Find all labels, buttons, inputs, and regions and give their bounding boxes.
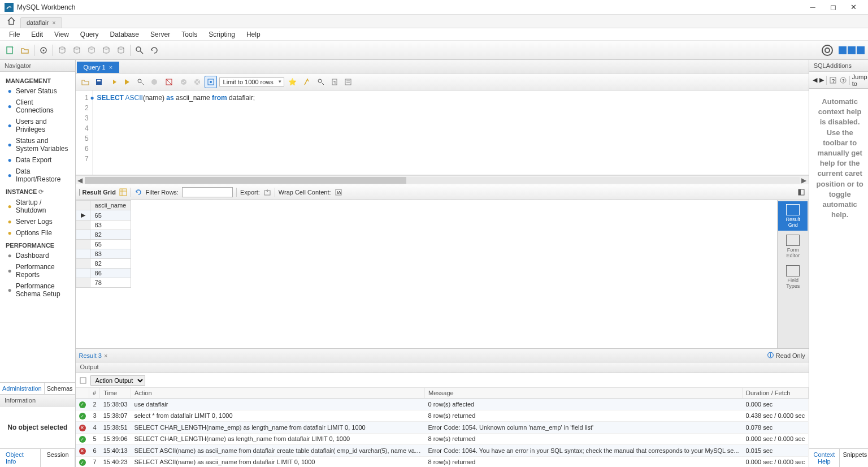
beautify-button[interactable] <box>301 76 314 88</box>
forward-button[interactable]: ▶ <box>819 76 824 84</box>
inspector-button[interactable] <box>37 44 50 57</box>
output-col-header[interactable]: Action <box>131 388 425 399</box>
result-grid[interactable]: ascii_name▶6583826583828678 <box>76 200 132 288</box>
row-handle[interactable] <box>76 278 90 288</box>
connection-tab[interactable]: dataflair × <box>20 17 62 28</box>
limit-select[interactable]: Limit to 1000 rows <box>219 77 284 87</box>
table-row[interactable]: 82 <box>76 230 131 240</box>
rollback-button[interactable] <box>191 76 203 88</box>
jump-to-label[interactable]: Jump to <box>852 73 867 87</box>
output-col-header[interactable]: Time <box>100 388 131 399</box>
table-row[interactable]: 86 <box>76 269 131 278</box>
cell[interactable]: 83 <box>90 220 131 230</box>
col-header[interactable]: ascii_name <box>90 201 131 210</box>
nav-item-performance-reports[interactable]: ●Performance Reports <box>0 261 75 280</box>
scroll-right-icon[interactable]: ▶ <box>800 176 809 184</box>
nav-item-data-import-restore[interactable]: ●Data Import/Restore <box>0 166 75 185</box>
output-row[interactable]: ✓215:38:03use dataflair0 row(s) affected… <box>76 399 809 410</box>
output-row[interactable]: ✓515:39:06SELECT CHAR_LENGTH(name) as le… <box>76 433 809 445</box>
row-handle[interactable] <box>76 249 90 259</box>
export-button[interactable] <box>263 188 271 196</box>
table-row[interactable]: 83 <box>76 249 131 259</box>
commit-button[interactable] <box>177 76 190 88</box>
menu-scripting[interactable]: Scripting <box>203 29 241 40</box>
result-view-form-editor[interactable]: FormEditor <box>778 232 808 261</box>
autocommit-button[interactable] <box>205 76 217 88</box>
create-schema-button[interactable] <box>55 44 69 57</box>
sql-editor[interactable]: 1234567 ●SELECT ASCII(name) as ascii_nam… <box>76 90 809 175</box>
result-grid-icon[interactable] <box>119 188 127 196</box>
output-col-header[interactable] <box>76 388 89 399</box>
row-handle[interactable]: ▶ <box>76 210 90 220</box>
auto-help-button[interactable]: ? <box>839 76 847 84</box>
table-row[interactable]: 83 <box>76 220 131 230</box>
output-row[interactable]: ✕615:40:13SELECT ASCII(name) as ascii_na… <box>76 445 809 457</box>
close-icon[interactable]: × <box>104 352 107 359</box>
execute-current-button[interactable] <box>121 76 133 88</box>
back-button[interactable]: ◀ <box>813 76 817 84</box>
menu-tools[interactable]: Tools <box>176 29 203 40</box>
row-handle[interactable] <box>76 230 90 240</box>
table-row[interactable]: 82 <box>76 259 131 269</box>
result-view-result-grid[interactable]: ResultGrid <box>778 201 808 231</box>
wrap-cell-button[interactable]: IA <box>335 188 342 196</box>
toggle-left-panel[interactable] <box>839 46 847 54</box>
editor-hscroll[interactable]: ◀ ▶ <box>76 175 809 184</box>
maximize-button[interactable]: ◻ <box>823 1 843 14</box>
toggle-right-panel[interactable] <box>857 46 865 54</box>
nav-item-dashboard[interactable]: ●Dashboard <box>0 250 75 261</box>
create-view-button[interactable] <box>85 44 98 57</box>
result-grid-wrapper[interactable]: ascii_name▶6583826583828678 <box>76 200 777 348</box>
create-proc-button[interactable] <box>99 44 113 57</box>
cell[interactable]: 83 <box>90 249 131 259</box>
query-tab[interactable]: Query 1 × <box>77 62 120 73</box>
nav-item-data-export[interactable]: ●Data Export <box>0 154 75 166</box>
output-grid[interactable]: #TimeActionMessageDuration / Fetch✓215:3… <box>76 388 809 467</box>
row-handle[interactable] <box>76 259 90 269</box>
nav-item-performance-schema-setup[interactable]: ●Performance Schema Setup <box>0 280 75 300</box>
nav-item-options-file[interactable]: ●Options File <box>0 227 75 239</box>
help-toggle-button[interactable]: ? <box>829 76 837 84</box>
close-icon[interactable]: × <box>109 64 112 71</box>
settings-button[interactable] <box>821 44 834 57</box>
nav-item-server-status[interactable]: ●Server Status <box>0 85 75 97</box>
cell[interactable]: 65 <box>90 210 131 220</box>
scroll-left-icon[interactable]: ◀ <box>76 176 85 184</box>
create-func-button[interactable] <box>114 44 128 57</box>
search-button[interactable] <box>133 44 146 57</box>
stop-button[interactable] <box>148 76 160 88</box>
close-button[interactable]: ✕ <box>843 1 863 14</box>
menu-server[interactable]: Server <box>145 29 176 40</box>
toggle-bottom-panel[interactable] <box>848 46 856 54</box>
result-view-field-types[interactable]: FieldTypes <box>778 262 808 292</box>
dont-limit-button[interactable] <box>163 76 175 88</box>
nav-item-status-and-system-variables[interactable]: ●Status and System Variables <box>0 135 75 154</box>
menu-edit[interactable]: Edit <box>25 29 49 40</box>
tab-object-info[interactable]: Object Info <box>0 449 41 467</box>
output-col-header[interactable]: Message <box>425 388 743 399</box>
menu-database[interactable]: Database <box>105 29 145 40</box>
favorite-button[interactable]: ⭐ <box>287 76 299 88</box>
new-query-button[interactable]: + <box>3 44 17 57</box>
scroll-track[interactable] <box>85 177 800 184</box>
menu-file[interactable]: File <box>3 29 25 40</box>
row-handle[interactable] <box>76 240 90 249</box>
tab-snippets[interactable]: Snippets <box>840 449 868 467</box>
reconnect-button[interactable] <box>147 44 161 57</box>
table-row[interactable]: ▶65 <box>76 210 131 220</box>
save-button[interactable] <box>93 76 105 88</box>
row-handle[interactable] <box>76 220 90 230</box>
nav-item-server-logs[interactable]: ●Server Logs <box>0 216 75 227</box>
toggle-panel-button[interactable] <box>797 188 805 196</box>
close-icon[interactable]: × <box>52 19 55 26</box>
output-col-header[interactable]: # <box>89 388 100 399</box>
menu-help[interactable]: Help <box>241 29 266 40</box>
nav-item-startup-shutdown[interactable]: ●Startup / Shutdown <box>0 197 75 216</box>
output-row[interactable]: ✓715:40:23SELECT ASCII(name) as ascii_na… <box>76 456 809 467</box>
output-layout-button[interactable] <box>79 377 87 384</box>
tab-context-help[interactable]: Context Help <box>809 449 840 467</box>
output-row[interactable]: ✕415:38:51SELECT CHAR_LENGTH(name_emp) a… <box>76 422 809 434</box>
cell[interactable]: 82 <box>90 259 131 269</box>
home-icon[interactable] <box>6 15 17 27</box>
result-tab[interactable]: Result 3 × <box>79 352 108 359</box>
